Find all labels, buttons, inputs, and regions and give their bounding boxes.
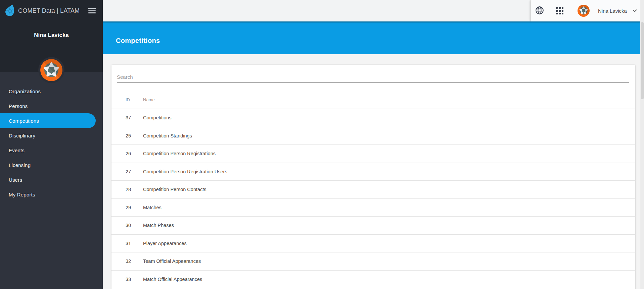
table-row[interactable]: 25 Competition Standings [111,127,635,145]
row-name-cell: Competition Person Registrations [143,151,635,156]
language-globe-button[interactable] [535,6,544,16]
row-id-cell: 25 [111,133,143,138]
table-row[interactable]: 33 Match Official Appearances [111,271,635,289]
table-row[interactable]: 29 Matches [111,199,635,217]
column-header-name: Name [143,97,635,102]
sidebar-item-my-reports[interactable]: My Reports [0,187,103,202]
row-name-cell: Competitions [143,115,635,120]
sidebar-item-persons[interactable]: Persons [0,99,103,113]
row-id-cell: 32 [111,258,143,264]
row-id-cell: 33 [111,277,143,282]
comet-logo-icon [5,4,14,17]
row-id-cell: 30 [111,223,143,228]
table-row[interactable]: 26 Competition Person Registrations [111,145,635,163]
table-row[interactable]: 27 Competition Person Registration Users [111,163,635,181]
search-bar [111,65,635,83]
row-name-cell: Team Official Appearances [143,258,635,264]
row-id-cell: 27 [111,169,143,174]
table-row[interactable]: 37 Competitions [111,109,635,127]
table-row[interactable]: 30 Match Phases [111,217,635,235]
user-menu[interactable]: Nina Lavicka [578,5,637,17]
table-header-row: ID Name [111,83,635,109]
chevron-down-icon [633,9,637,12]
user-avatar-large [38,57,64,83]
user-avatar-small [578,5,590,17]
row-id-cell: 37 [111,115,143,120]
row-id-cell: 26 [111,151,143,156]
row-name-cell: Matches [143,205,635,210]
row-name-cell: Match Phases [143,223,635,228]
row-name-cell: Competition Standings [143,133,635,138]
sidebar-item-users[interactable]: Users [0,172,103,187]
sidebar-item-disciplinary[interactable]: Disciplinary [0,128,103,143]
table-row[interactable]: 28 Competition Person Contacts [111,181,635,199]
search-input[interactable] [117,74,629,83]
table-row[interactable]: 31 Player Appearances [111,235,635,253]
row-id-cell: 29 [111,205,143,210]
page-scrollbar-track[interactable] [640,0,644,289]
main-content: ID Name 37 Competitions 25 Competition S… [103,54,644,289]
sidebar-item-label: Licensing [9,162,31,168]
topbar-user-name: Nina Lavicka [598,8,627,14]
sidebar-item-label: My Reports [9,192,35,197]
sidebar-item-licensing[interactable]: Licensing [0,158,103,172]
sidebar-item-competitions[interactable]: Competitions [0,113,96,128]
page-header: Competitions [103,21,644,54]
page-title: Competitions [116,37,160,45]
sidebar-item-label: Competitions [9,118,39,124]
sidebar-item-label: Disciplinary [9,133,35,138]
column-header-id: ID [111,97,143,102]
row-id-cell: 31 [111,241,143,246]
globe-icon [535,6,544,16]
sidebar-item-label: Users [9,177,22,183]
page-scrollbar-thumb[interactable] [641,22,644,99]
app-title: COMET Data | LATAM [18,7,88,14]
row-name-cell: Match Official Appearances [143,277,635,282]
table-body: 37 Competitions 25 Competition Standings… [111,109,635,288]
row-name-cell: Competition Person Registration Users [143,169,635,174]
row-name-cell: Competition Person Contacts [143,187,635,192]
menu-icon[interactable] [88,8,96,13]
data-card: ID Name 37 Competitions 25 Competition S… [111,65,635,289]
sidebar-item-label: Organizations [9,89,41,94]
apps-grid-icon[interactable] [556,7,563,14]
row-name-cell: Player Appearances [143,241,635,246]
sidebar-user-name: Nina Lavicka [0,32,103,38]
topbar-right-section: Nina Lavicka [531,0,644,21]
sidebar-item-organizations[interactable]: Organizations [0,84,103,99]
topbar: Nina Lavicka [103,0,644,21]
sidebar-menu: Organizations Persons Competitions Disci… [0,84,103,202]
sidebar-item-label: Persons [9,103,28,109]
sidebar-item-label: Events [9,148,25,153]
table-row[interactable]: 32 Team Official Appearances [111,252,635,271]
sidebar: COMET Data | LATAM Nina Lavicka Organiza… [0,0,103,289]
row-id-cell: 28 [111,187,143,192]
sidebar-item-events[interactable]: Events [0,143,103,158]
brand[interactable]: COMET Data | LATAM [0,0,103,21]
